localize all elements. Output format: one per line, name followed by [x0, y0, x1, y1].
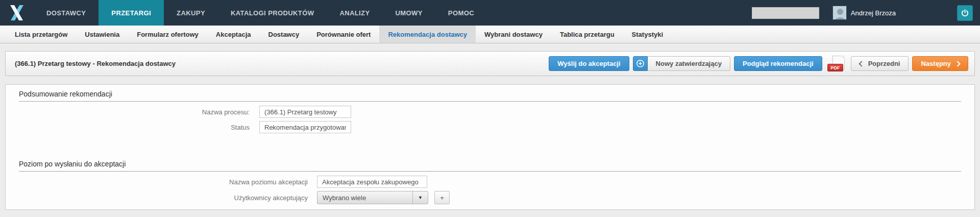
plus-circle-glyph — [636, 59, 645, 68]
next-label: Następny — [921, 60, 951, 67]
menu-item-przetargi[interactable]: PRZETARGI — [99, 0, 164, 26]
tab-lista-przetargow[interactable]: Lista przetargów — [6, 26, 76, 43]
process-name-label: Nazwa procesu: — [19, 108, 259, 116]
menu-item-pomoc[interactable]: POMOC — [435, 0, 487, 26]
logo-x-icon — [8, 5, 26, 21]
status-label: Status — [19, 124, 259, 131]
process-name-row: Nazwa procesu: — [19, 106, 961, 118]
previous-button[interactable]: Poprzedni — [851, 56, 909, 71]
menu-item-zakupy[interactable]: ZAKUPY — [164, 0, 218, 26]
preview-recommendation-button[interactable]: Podgląd rekomendacji — [734, 56, 822, 71]
new-approver-button[interactable]: Nowy zatwierdzający — [633, 56, 730, 71]
plus-circle-icon[interactable] — [633, 56, 648, 71]
add-approving-user-button[interactable]: + — [434, 191, 450, 204]
approval-level-section: Poziom po wysłaniu do akceptacji Nazwa p… — [19, 160, 961, 204]
chevron-down-icon[interactable]: ▼ — [412, 191, 428, 204]
menu-item-umowy[interactable]: UMOWY — [383, 0, 435, 26]
menu-item-katalogi-produktow[interactable]: KATALOGI PRODUKTÓW — [218, 0, 327, 26]
tab-rekomendacja-dostawcy[interactable]: Rekomendacja dostawcy — [379, 26, 476, 43]
tab-akceptacja[interactable]: Akceptacja — [207, 26, 260, 43]
approving-users-select[interactable]: Wybrano wiele ▼ — [317, 191, 428, 204]
global-search-input[interactable] — [752, 7, 819, 19]
approving-users-value: Wybrano wiele — [317, 191, 412, 204]
send-to-approval-button[interactable]: Wyślij do akceptacji — [549, 56, 629, 71]
logout-button[interactable] — [957, 5, 973, 21]
approving-users-label: Użytkownicy akceptujący — [19, 194, 317, 202]
navbar-right: Andrzej Brzoza — [752, 0, 980, 26]
recommendation-panel: Podsumowanie rekomendacji Nazwa procesu:… — [5, 84, 975, 210]
menu-item-analizy[interactable]: ANALIZY — [327, 0, 382, 26]
top-navbar: DOSTAWCY PRZETARGI ZAKUPY KATALOGI PRODU… — [0, 0, 980, 26]
process-name-input[interactable] — [259, 106, 351, 118]
pdf-badge: PDF — [827, 64, 843, 71]
menu-item-dostawcy[interactable]: DOSTAWCY — [34, 0, 99, 26]
tab-formularz-ofertowy[interactable]: Formularz ofertowy — [128, 26, 207, 43]
previous-label: Poprzedni — [868, 60, 900, 67]
power-icon — [961, 9, 969, 17]
new-approver-label: Nowy zatwierdzający — [648, 56, 730, 71]
tab-porownanie-ofert[interactable]: Porównanie ofert — [308, 26, 379, 43]
tab-tablica-przetargu[interactable]: Tablica przetargu — [551, 26, 623, 43]
user-avatar[interactable] — [832, 6, 847, 20]
tab-ustawienia[interactable]: Ustawienia — [76, 26, 128, 43]
main-menu: DOSTAWCY PRZETARGI ZAKUPY KATALOGI PRODU… — [34, 0, 487, 26]
level-name-label: Nazwa poziomu akceptacji — [19, 178, 317, 186]
summary-section-title: Podsumowanie rekomendacji — [19, 90, 961, 102]
tab-wybrani-dostawcy[interactable]: Wybrani dostawcy — [476, 26, 551, 43]
next-button[interactable]: Następny — [912, 56, 968, 71]
chevron-right-icon — [954, 61, 960, 66]
process-tabs: Lista przetargów Ustawienia Formularz of… — [0, 26, 980, 43]
status-row: Status — [19, 121, 961, 133]
toolbar: Wyślij do akceptacji Nowy zatwierdzający… — [549, 56, 968, 71]
approval-level-section-title: Poziom po wysłaniu do akceptacji — [19, 160, 961, 172]
approving-users-row: Użytkownicy akceptujący Wybrano wiele ▼ … — [19, 191, 961, 204]
status-input[interactable] — [259, 121, 351, 133]
title-bar: (366.1) Przetarg testowy - Rekomendacja … — [5, 51, 975, 76]
level-name-input[interactable] — [317, 176, 427, 188]
summary-section: Podsumowanie rekomendacji Nazwa procesu:… — [19, 90, 961, 133]
level-name-row: Nazwa poziomu akceptacji — [19, 176, 961, 188]
app-logo[interactable] — [0, 0, 34, 26]
tab-dostawcy[interactable]: Dostawcy — [260, 26, 308, 43]
person-photo-icon — [833, 6, 847, 20]
user-name: Andrzej Brzoza — [851, 9, 896, 17]
tab-statystyki[interactable]: Statystyki — [623, 26, 672, 43]
page-title: (366.1) Przetarg testowy - Rekomendacja … — [15, 60, 176, 67]
export-pdf-button[interactable]: PDF — [827, 56, 846, 71]
chevron-left-icon — [859, 61, 864, 66]
